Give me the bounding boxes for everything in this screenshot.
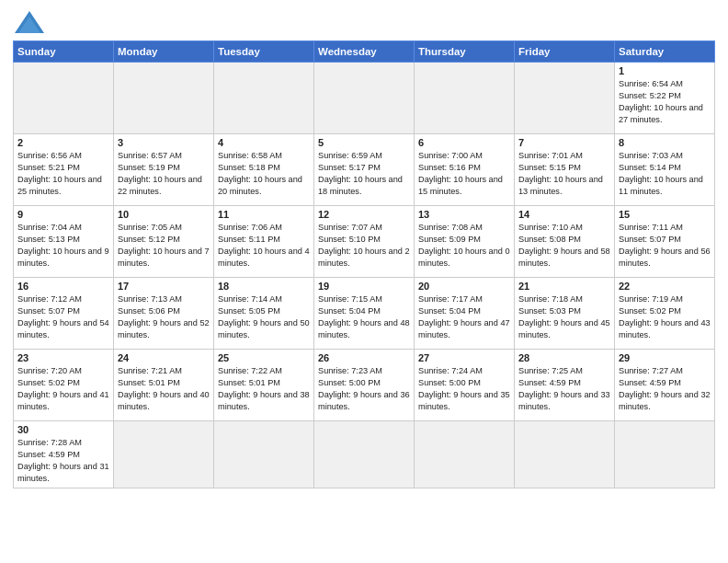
day-cell: 22Sunrise: 7:19 AM Sunset: 5:02 PM Dayli… [615,278,715,350]
day-number: 4 [218,137,310,148]
day-cell [114,421,214,488]
header [13,9,715,37]
day-cell: 25Sunrise: 7:22 AM Sunset: 5:01 PM Dayli… [214,350,314,421]
day-number: 17 [118,281,210,292]
day-cell: 19Sunrise: 7:15 AM Sunset: 5:04 PM Dayli… [314,278,415,350]
day-cell: 20Sunrise: 7:17 AM Sunset: 5:04 PM Dayli… [415,278,515,350]
day-cell: 5Sunrise: 6:59 AM Sunset: 5:17 PM Daylig… [314,134,415,206]
day-info: Sunrise: 7:06 AM Sunset: 5:11 PM Dayligh… [218,222,310,270]
day-cell [114,63,214,134]
day-info: Sunrise: 7:10 AM Sunset: 5:08 PM Dayligh… [518,222,610,270]
day-info: Sunrise: 7:28 AM Sunset: 4:59 PM Dayligh… [17,437,109,485]
day-number: 12 [318,209,410,220]
day-info: Sunrise: 7:01 AM Sunset: 5:15 PM Dayligh… [518,150,610,198]
day-number: 22 [619,281,711,292]
day-cell: 30Sunrise: 7:28 AM Sunset: 4:59 PM Dayli… [14,421,114,488]
day-number: 29 [619,352,711,363]
day-cell: 11Sunrise: 7:06 AM Sunset: 5:11 PM Dayli… [214,206,314,278]
day-info: Sunrise: 7:17 AM Sunset: 5:04 PM Dayligh… [418,293,510,341]
day-cell: 24Sunrise: 7:21 AM Sunset: 5:01 PM Dayli… [114,350,214,421]
calendar: SundayMondayTuesdayWednesdayThursdayFrid… [13,40,715,488]
day-cell: 21Sunrise: 7:18 AM Sunset: 5:03 PM Dayli… [515,278,615,350]
day-cell: 26Sunrise: 7:23 AM Sunset: 5:00 PM Dayli… [314,350,415,421]
day-cell [314,421,415,488]
day-cell: 12Sunrise: 7:07 AM Sunset: 5:10 PM Dayli… [314,206,415,278]
day-number: 30 [17,424,109,435]
day-number: 10 [118,209,210,220]
day-cell [214,63,314,134]
day-number: 21 [518,281,610,292]
day-cell: 8Sunrise: 7:03 AM Sunset: 5:14 PM Daylig… [615,134,715,206]
day-cell: 29Sunrise: 7:27 AM Sunset: 4:59 PM Dayli… [615,350,715,421]
day-info: Sunrise: 6:58 AM Sunset: 5:18 PM Dayligh… [218,150,310,198]
day-info: Sunrise: 7:22 AM Sunset: 5:01 PM Dayligh… [218,365,310,413]
day-number: 1 [619,65,711,76]
day-cell: 9Sunrise: 7:04 AM Sunset: 5:13 PM Daylig… [14,206,114,278]
day-number: 24 [118,352,210,363]
day-info: Sunrise: 7:12 AM Sunset: 5:07 PM Dayligh… [17,293,109,341]
day-number: 3 [118,137,210,148]
day-info: Sunrise: 6:57 AM Sunset: 5:19 PM Dayligh… [118,150,210,198]
day-number: 19 [318,281,410,292]
day-info: Sunrise: 7:20 AM Sunset: 5:02 PM Dayligh… [17,365,109,413]
day-cell: 16Sunrise: 7:12 AM Sunset: 5:07 PM Dayli… [14,278,114,350]
day-info: Sunrise: 7:27 AM Sunset: 4:59 PM Dayligh… [619,365,711,413]
day-header-saturday: Saturday [615,41,715,63]
week-row-3: 16Sunrise: 7:12 AM Sunset: 5:07 PM Dayli… [14,278,715,350]
day-info: Sunrise: 7:19 AM Sunset: 5:02 PM Dayligh… [619,293,711,341]
week-row-5: 30Sunrise: 7:28 AM Sunset: 4:59 PM Dayli… [14,421,715,488]
day-number: 26 [318,352,410,363]
day-header-friday: Friday [515,41,615,63]
day-cell [214,421,314,488]
day-number: 8 [619,137,711,148]
logo-icon [13,9,46,37]
week-row-2: 9Sunrise: 7:04 AM Sunset: 5:13 PM Daylig… [14,206,715,278]
day-number: 16 [17,281,109,292]
day-info: Sunrise: 6:59 AM Sunset: 5:17 PM Dayligh… [318,150,410,198]
day-cell [515,63,615,134]
day-cell: 4Sunrise: 6:58 AM Sunset: 5:18 PM Daylig… [214,134,314,206]
day-number: 18 [218,281,310,292]
day-number: 14 [518,209,610,220]
day-info: Sunrise: 6:54 AM Sunset: 5:22 PM Dayligh… [619,78,711,126]
day-cell [14,63,114,134]
day-info: Sunrise: 7:18 AM Sunset: 5:03 PM Dayligh… [518,293,610,341]
day-cell: 2Sunrise: 6:56 AM Sunset: 5:21 PM Daylig… [14,134,114,206]
day-info: Sunrise: 7:25 AM Sunset: 4:59 PM Dayligh… [518,365,610,413]
day-header-tuesday: Tuesday [214,41,314,63]
day-cell: 7Sunrise: 7:01 AM Sunset: 5:15 PM Daylig… [515,134,615,206]
day-cell [415,63,515,134]
day-cell: 1Sunrise: 6:54 AM Sunset: 5:22 PM Daylig… [615,63,715,134]
day-info: Sunrise: 7:05 AM Sunset: 5:12 PM Dayligh… [118,222,210,270]
day-cell: 14Sunrise: 7:10 AM Sunset: 5:08 PM Dayli… [515,206,615,278]
week-row-0: 1Sunrise: 6:54 AM Sunset: 5:22 PM Daylig… [14,63,715,134]
day-number: 20 [418,281,510,292]
day-info: Sunrise: 7:14 AM Sunset: 5:05 PM Dayligh… [218,293,310,341]
day-info: Sunrise: 7:04 AM Sunset: 5:13 PM Dayligh… [17,222,109,270]
week-row-1: 2Sunrise: 6:56 AM Sunset: 5:21 PM Daylig… [14,134,715,206]
day-number: 25 [218,352,310,363]
day-info: Sunrise: 7:00 AM Sunset: 5:16 PM Dayligh… [418,150,510,198]
day-info: Sunrise: 7:13 AM Sunset: 5:06 PM Dayligh… [118,293,210,341]
day-header-monday: Monday [114,41,214,63]
day-number: 7 [518,137,610,148]
days-header-row: SundayMondayTuesdayWednesdayThursdayFrid… [14,41,715,63]
day-number: 11 [218,209,310,220]
day-info: Sunrise: 7:07 AM Sunset: 5:10 PM Dayligh… [318,222,410,270]
day-number: 13 [418,209,510,220]
day-number: 27 [418,352,510,363]
day-cell: 3Sunrise: 6:57 AM Sunset: 5:19 PM Daylig… [114,134,214,206]
day-info: Sunrise: 7:21 AM Sunset: 5:01 PM Dayligh… [118,365,210,413]
day-cell: 15Sunrise: 7:11 AM Sunset: 5:07 PM Dayli… [615,206,715,278]
day-cell: 23Sunrise: 7:20 AM Sunset: 5:02 PM Dayli… [14,350,114,421]
day-cell: 27Sunrise: 7:24 AM Sunset: 5:00 PM Dayli… [415,350,515,421]
day-cell: 13Sunrise: 7:08 AM Sunset: 5:09 PM Dayli… [415,206,515,278]
day-header-thursday: Thursday [415,41,515,63]
day-cell [415,421,515,488]
day-number: 28 [518,352,610,363]
logo [13,9,50,37]
day-info: Sunrise: 7:11 AM Sunset: 5:07 PM Dayligh… [619,222,711,270]
day-info: Sunrise: 7:08 AM Sunset: 5:09 PM Dayligh… [418,222,510,270]
day-cell: 18Sunrise: 7:14 AM Sunset: 5:05 PM Dayli… [214,278,314,350]
week-row-4: 23Sunrise: 7:20 AM Sunset: 5:02 PM Dayli… [14,350,715,421]
